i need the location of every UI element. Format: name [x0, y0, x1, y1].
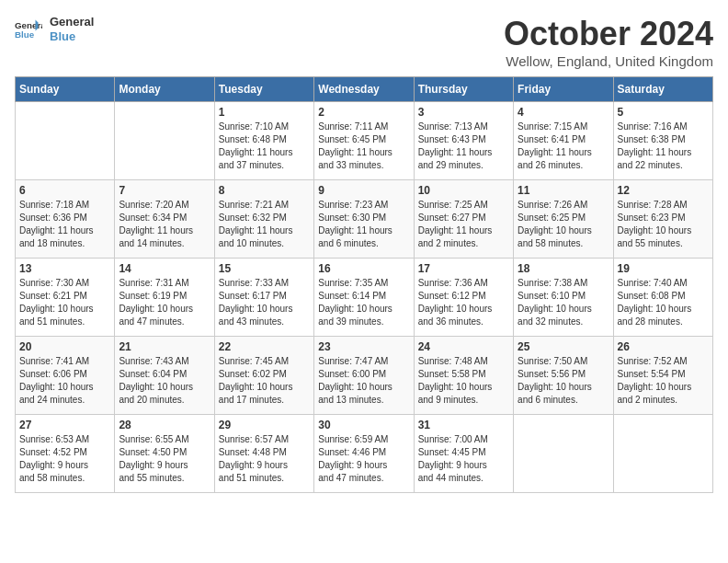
- day-number: 20: [19, 340, 110, 353]
- week-row-3: 13Sunrise: 7:30 AMSunset: 6:21 PMDayligh…: [16, 259, 713, 337]
- day-info: Sunrise: 6:57 AMSunset: 4:48 PMDaylight:…: [219, 433, 310, 485]
- day-cell: 6Sunrise: 7:18 AMSunset: 6:36 PMDaylight…: [16, 180, 115, 259]
- day-info: Sunrise: 7:45 AMSunset: 6:02 PMDaylight:…: [219, 355, 310, 407]
- day-info: Sunrise: 7:40 AMSunset: 6:08 PMDaylight:…: [618, 277, 709, 328]
- day-number: 23: [318, 340, 409, 353]
- location: Wellow, England, United Kingdom: [504, 53, 713, 69]
- day-info: Sunrise: 7:30 AMSunset: 6:21 PMDaylight:…: [19, 277, 110, 328]
- day-cell: 9Sunrise: 7:23 AMSunset: 6:30 PMDaylight…: [314, 180, 414, 259]
- day-number: 17: [418, 262, 509, 275]
- day-info: Sunrise: 7:15 AMSunset: 6:41 PMDaylight:…: [518, 121, 609, 172]
- day-info: Sunrise: 7:31 AMSunset: 6:19 PMDaylight:…: [119, 277, 210, 328]
- day-info: Sunrise: 7:50 AMSunset: 5:56 PMDaylight:…: [518, 355, 609, 407]
- day-cell: 26Sunrise: 7:52 AMSunset: 5:54 PMDayligh…: [613, 337, 712, 415]
- day-cell: 31Sunrise: 7:00 AMSunset: 4:45 PMDayligh…: [414, 415, 513, 493]
- svg-text:Blue: Blue: [15, 29, 35, 40]
- day-cell: 2Sunrise: 7:11 AMSunset: 6:45 PMDaylight…: [314, 102, 414, 180]
- day-cell: 1Sunrise: 7:10 AMSunset: 6:48 PMDaylight…: [214, 102, 313, 180]
- day-info: Sunrise: 6:53 AMSunset: 4:52 PMDaylight:…: [19, 433, 110, 485]
- day-info: Sunrise: 7:13 AMSunset: 6:43 PMDaylight:…: [418, 121, 509, 172]
- col-header-friday: Friday: [514, 77, 613, 102]
- day-number: 25: [518, 340, 609, 353]
- day-cell: 11Sunrise: 7:26 AMSunset: 6:25 PMDayligh…: [514, 180, 613, 259]
- calendar-table: SundayMondayTuesdayWednesdayThursdayFrid…: [15, 76, 713, 493]
- day-cell: 18Sunrise: 7:38 AMSunset: 6:10 PMDayligh…: [514, 259, 613, 337]
- page-header: General Blue General Blue October 2024 W…: [15, 15, 713, 69]
- day-info: Sunrise: 7:18 AMSunset: 6:36 PMDaylight:…: [19, 199, 110, 250]
- day-info: Sunrise: 7:52 AMSunset: 5:54 PMDaylight:…: [618, 355, 709, 407]
- day-info: Sunrise: 7:48 AMSunset: 5:58 PMDaylight:…: [418, 355, 509, 407]
- day-cell: 16Sunrise: 7:35 AMSunset: 6:14 PMDayligh…: [314, 259, 414, 337]
- day-number: 26: [618, 340, 709, 353]
- day-info: Sunrise: 7:20 AMSunset: 6:34 PMDaylight:…: [119, 199, 210, 250]
- day-number: 22: [219, 340, 310, 353]
- day-cell: 28Sunrise: 6:55 AMSunset: 4:50 PMDayligh…: [115, 415, 214, 493]
- day-cell: 19Sunrise: 7:40 AMSunset: 6:08 PMDayligh…: [613, 259, 712, 337]
- day-info: Sunrise: 7:41 AMSunset: 6:06 PMDaylight:…: [19, 355, 110, 407]
- day-number: 29: [219, 419, 310, 431]
- day-cell: 25Sunrise: 7:50 AMSunset: 5:56 PMDayligh…: [514, 337, 613, 415]
- col-header-wednesday: Wednesday: [314, 77, 414, 102]
- title-block: October 2024 Wellow, England, United Kin…: [504, 15, 713, 69]
- day-info: Sunrise: 7:23 AMSunset: 6:30 PMDaylight:…: [318, 199, 409, 250]
- day-info: Sunrise: 7:25 AMSunset: 6:27 PMDaylight:…: [418, 199, 509, 250]
- day-number: 30: [318, 419, 409, 431]
- col-header-sunday: Sunday: [16, 77, 115, 102]
- week-row-2: 6Sunrise: 7:18 AMSunset: 6:36 PMDaylight…: [16, 180, 713, 259]
- day-cell: 24Sunrise: 7:48 AMSunset: 5:58 PMDayligh…: [414, 337, 513, 415]
- day-info: Sunrise: 7:10 AMSunset: 6:48 PMDaylight:…: [219, 121, 310, 172]
- day-number: 4: [518, 106, 609, 119]
- day-number: 13: [19, 262, 110, 275]
- day-number: 15: [219, 262, 310, 275]
- day-number: 1: [219, 106, 310, 119]
- day-cell: 15Sunrise: 7:33 AMSunset: 6:17 PMDayligh…: [214, 259, 313, 337]
- day-number: 19: [618, 262, 709, 275]
- week-row-5: 27Sunrise: 6:53 AMSunset: 4:52 PMDayligh…: [16, 415, 713, 493]
- day-number: 8: [219, 184, 310, 197]
- day-cell: 13Sunrise: 7:30 AMSunset: 6:21 PMDayligh…: [16, 259, 115, 337]
- logo-icon: General Blue: [15, 18, 42, 40]
- day-info: Sunrise: 7:21 AMSunset: 6:32 PMDaylight:…: [219, 199, 310, 250]
- day-cell: [115, 102, 214, 180]
- logo: General Blue General Blue: [15, 15, 94, 43]
- day-cell: [514, 415, 613, 493]
- day-number: 18: [518, 262, 609, 275]
- day-info: Sunrise: 7:00 AMSunset: 4:45 PMDaylight:…: [418, 433, 509, 485]
- day-info: Sunrise: 7:36 AMSunset: 6:12 PMDaylight:…: [418, 277, 509, 328]
- day-cell: 5Sunrise: 7:16 AMSunset: 6:38 PMDaylight…: [613, 102, 712, 180]
- day-number: 12: [618, 184, 709, 197]
- day-cell: 20Sunrise: 7:41 AMSunset: 6:06 PMDayligh…: [16, 337, 115, 415]
- day-number: 9: [318, 184, 409, 197]
- col-header-thursday: Thursday: [414, 77, 513, 102]
- week-row-1: 1Sunrise: 7:10 AMSunset: 6:48 PMDaylight…: [16, 102, 713, 180]
- day-info: Sunrise: 7:28 AMSunset: 6:23 PMDaylight:…: [618, 199, 709, 250]
- day-cell: [16, 102, 115, 180]
- col-header-tuesday: Tuesday: [214, 77, 313, 102]
- day-cell: 29Sunrise: 6:57 AMSunset: 4:48 PMDayligh…: [214, 415, 313, 493]
- day-cell: 3Sunrise: 7:13 AMSunset: 6:43 PMDaylight…: [414, 102, 513, 180]
- day-info: Sunrise: 7:16 AMSunset: 6:38 PMDaylight:…: [618, 121, 709, 172]
- day-number: 14: [119, 262, 210, 275]
- col-header-saturday: Saturday: [613, 77, 712, 102]
- day-cell: 17Sunrise: 7:36 AMSunset: 6:12 PMDayligh…: [414, 259, 513, 337]
- day-info: Sunrise: 6:59 AMSunset: 4:46 PMDaylight:…: [318, 433, 409, 485]
- day-number: 11: [518, 184, 609, 197]
- day-number: 7: [119, 184, 210, 197]
- day-number: 6: [19, 184, 110, 197]
- logo-line2: Blue: [50, 29, 94, 44]
- day-number: 10: [418, 184, 509, 197]
- day-info: Sunrise: 7:35 AMSunset: 6:14 PMDaylight:…: [318, 277, 409, 328]
- day-info: Sunrise: 7:33 AMSunset: 6:17 PMDaylight:…: [219, 277, 310, 328]
- day-cell: 8Sunrise: 7:21 AMSunset: 6:32 PMDaylight…: [214, 180, 313, 259]
- day-cell: 12Sunrise: 7:28 AMSunset: 6:23 PMDayligh…: [613, 180, 712, 259]
- day-number: 2: [318, 106, 409, 119]
- day-number: 24: [418, 340, 509, 353]
- day-number: 31: [418, 419, 509, 431]
- day-cell: 14Sunrise: 7:31 AMSunset: 6:19 PMDayligh…: [115, 259, 214, 337]
- header-row: SundayMondayTuesdayWednesdayThursdayFrid…: [16, 77, 713, 102]
- day-info: Sunrise: 7:43 AMSunset: 6:04 PMDaylight:…: [119, 355, 210, 407]
- day-cell: 27Sunrise: 6:53 AMSunset: 4:52 PMDayligh…: [16, 415, 115, 493]
- day-cell: 21Sunrise: 7:43 AMSunset: 6:04 PMDayligh…: [115, 337, 214, 415]
- day-info: Sunrise: 7:26 AMSunset: 6:25 PMDaylight:…: [518, 199, 609, 250]
- day-cell: 23Sunrise: 7:47 AMSunset: 6:00 PMDayligh…: [314, 337, 414, 415]
